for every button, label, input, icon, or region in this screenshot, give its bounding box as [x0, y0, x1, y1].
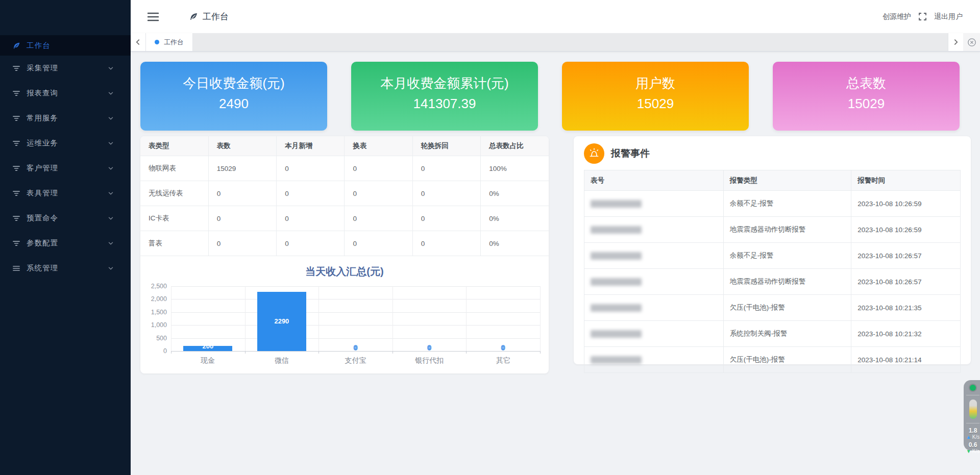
stat-card-title: 本月收费金额累计(元) — [351, 76, 538, 91]
sidebar-item-6[interactable]: 表具管理 — [0, 181, 131, 206]
sidebar-item-label: 预置命令 — [27, 213, 108, 223]
alarm-col-header: 报警类型 — [723, 170, 851, 191]
alarm-time-cell: 2023-10-08 10:26:59 — [851, 191, 961, 217]
tab-workbench[interactable]: 工作台 — [146, 33, 193, 51]
table-row: 物联网表15029000100% — [140, 156, 549, 181]
y-axis-tick-label: 1,000 — [140, 321, 167, 329]
sidebar-item-2[interactable]: 报表查询 — [0, 81, 131, 106]
stat-card-value: 15029 — [562, 96, 749, 111]
x-axis-tick — [245, 351, 246, 354]
alarm-col-header: 表号 — [584, 170, 724, 191]
meter-cell: 0 — [412, 206, 480, 231]
sidebar-item-label: 表具管理 — [27, 188, 108, 198]
stat-card-1: 本月收费金额累计(元)141307.39 — [351, 62, 538, 131]
sidebar-item-4[interactable]: 运维业务 — [0, 131, 131, 156]
gridline — [318, 286, 319, 351]
meter-cell: 0 — [208, 181, 276, 206]
sidebar-item-9[interactable]: 系统管理 — [0, 256, 131, 281]
down-arrow-icon: ▼ — [966, 448, 971, 455]
chevron-down-icon — [108, 240, 114, 246]
meter-cell: 0% — [481, 181, 549, 206]
sidebar-item-label: 工作台 — [27, 41, 131, 51]
sidebar-item-label: 采集管理 — [27, 63, 108, 73]
gridline — [171, 299, 540, 299]
meter-cell: 0 — [412, 231, 480, 256]
table-row: 余额不足-报警2023-10-08 10:26:59 — [584, 191, 961, 217]
meter-cell: 100% — [481, 156, 549, 181]
net-speed-monitor-widget[interactable]: 1.8 ▲K/s 0.6 ▼K/s — [964, 380, 980, 451]
table-row: 地震震感器动作切断报警2023-10-08 10:26:57 — [584, 269, 961, 295]
filter-icon — [13, 64, 20, 72]
chevron-down-icon — [108, 265, 114, 271]
meter-cell: 0 — [345, 181, 412, 206]
x-axis-tick — [393, 351, 393, 354]
panels-row: 表类型表数本月新增换表轮换拆回总表数占比 物联网表15029000100%无线远… — [140, 136, 980, 373]
sidebar-item-0[interactable]: 工作台 — [0, 35, 131, 56]
alarm-meter-no-cell — [584, 321, 724, 347]
alarm-meter-no-cell — [584, 217, 724, 243]
x-axis-category-label: 银行代扣 — [415, 356, 444, 365]
filter-icon — [13, 189, 20, 197]
alarm-type-cell: 欠压(干电池)-报警 — [723, 295, 851, 321]
y-axis-tick-label: 2,000 — [140, 295, 167, 303]
redacted-meter-number — [591, 252, 642, 260]
chevron-down-icon — [108, 190, 114, 196]
maintainer-link[interactable]: 创源维护 — [883, 12, 911, 21]
workbench-leaf-icon — [13, 42, 20, 49]
meter-cell: IC卡表 — [140, 206, 208, 231]
close-tabs-icon[interactable] — [963, 33, 980, 51]
gridline — [245, 286, 246, 351]
topbar: 工作台 创源维护 退出用户 — [131, 0, 980, 33]
redacted-meter-number — [591, 200, 642, 208]
alarm-meter-no-cell — [584, 243, 724, 269]
chart-title: 当天收入汇总(元) — [140, 265, 549, 279]
divider — [966, 395, 979, 395]
alarm-events-table: 表号报警类型报警时间 余额不足-报警2023-10-08 10:26:59地震震… — [584, 170, 961, 373]
up-arrow-icon: ▲ — [966, 434, 971, 440]
active-tab-dot — [155, 40, 159, 44]
meter-cell: 0 — [208, 231, 276, 256]
sidebar-item-8[interactable]: 参数配置 — [0, 231, 131, 256]
sidebar-nav: 工作台采集管理报表查询常用服务运维业务客户管理表具管理预置命令参数配置系统管理 — [0, 35, 131, 281]
sidebar: 工作台采集管理报表查询常用服务运维业务客户管理表具管理预置命令参数配置系统管理 — [0, 0, 131, 475]
gridline — [466, 286, 467, 351]
fullscreen-icon[interactable] — [918, 12, 927, 21]
filter-icon — [13, 89, 20, 97]
sidebar-item-1[interactable]: 采集管理 — [0, 56, 131, 81]
alarm-time-cell: 2023-10-08 10:26:57 — [851, 243, 961, 269]
table-row: 地震震感器动作切断报警2023-10-08 10:26:59 — [584, 217, 961, 243]
redacted-meter-number — [591, 330, 642, 338]
alarm-bell-icon — [584, 143, 604, 164]
sidebar-item-3[interactable]: 常用服务 — [0, 106, 131, 131]
meter-col-header: 轮换拆回 — [412, 136, 480, 156]
alarm-meter-no-cell — [584, 295, 724, 321]
meter-cell: 0 — [412, 156, 480, 181]
stat-card-2: 用户数15029 — [562, 62, 749, 131]
sidebar-item-7[interactable]: 预置命令 — [0, 206, 131, 231]
alarm-table-header-row: 表号报警类型报警时间 — [584, 170, 961, 191]
x-axis-category-label: 支付宝 — [345, 356, 366, 365]
sidebar-item-5[interactable]: 客户管理 — [0, 156, 131, 181]
divider — [966, 423, 979, 423]
upload-speed-value: 1.8 — [969, 428, 977, 434]
filter-icon — [13, 139, 20, 147]
filter-icon — [13, 114, 20, 122]
tabs-scroll-right-button[interactable] — [948, 33, 963, 51]
alarm-time-cell: 2023-10-08 10:21:14 — [851, 347, 961, 373]
redacted-meter-number — [591, 226, 642, 234]
meter-type-table: 表类型表数本月新增换表轮换拆回总表数占比 物联网表15029000100%无线远… — [140, 136, 549, 256]
gridline — [171, 286, 540, 287]
topbar-right: 创源维护 退出用户 — [883, 12, 963, 21]
redacted-meter-number — [591, 356, 642, 364]
meter-cell: 物联网表 — [140, 156, 208, 181]
alarm-time-cell: 2023-10-08 10:26:57 — [851, 269, 961, 295]
chevron-down-icon — [108, 65, 114, 71]
x-axis-category-label: 微信 — [275, 356, 289, 365]
bar-value-label: 0 — [427, 344, 431, 352]
hamburger-menu-icon[interactable] — [148, 12, 159, 21]
tabs-scroll-left-button[interactable] — [131, 33, 146, 51]
y-axis-tick-label: 0 — [140, 347, 167, 355]
logout-link[interactable]: 退出用户 — [934, 12, 963, 21]
meter-table-header-row: 表类型表数本月新增换表轮换拆回总表数占比 — [140, 136, 549, 156]
alarm-time-cell: 2023-10-08 10:21:35 — [851, 295, 961, 321]
